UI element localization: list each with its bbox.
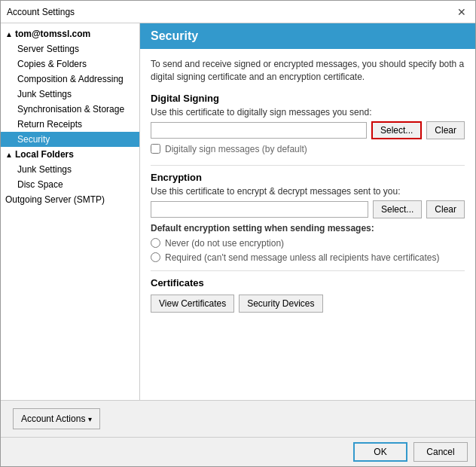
dialog-footer: Account Actions ▾ OK Cancel — [1, 400, 475, 466]
chevron-down-icon-local: ▲ — [5, 151, 13, 159]
encryption-cert-row: Select... Clear — [151, 200, 465, 218]
encryption-radio-required[interactable] — [151, 252, 160, 262]
sidebar-item-sync-storage[interactable]: Synchronisation & Storage — [1, 102, 139, 117]
encryption-radio-required-row: Required (can't send message unless all … — [151, 252, 465, 263]
digital-signing-select-button[interactable]: Select... — [371, 121, 422, 139]
title-bar-text: Account Settings — [7, 7, 75, 17]
footer-buttons: OK Cancel — [1, 437, 475, 466]
account-actions-label: Account Actions — [21, 414, 85, 424]
sidebar: ▲ tom@tomssl.com Server Settings Copies … — [1, 23, 140, 400]
encryption-clear-button[interactable]: Clear — [426, 200, 465, 218]
divider-1 — [151, 165, 465, 166]
account-actions-arrow-icon: ▾ — [88, 415, 92, 423]
security-devices-button[interactable]: Security Devices — [239, 295, 322, 313]
footer-sidebar-area: Account Actions ▾ — [1, 401, 475, 437]
sidebar-group-local-folders[interactable]: ▲ Local Folders — [1, 147, 139, 162]
encryption-radio-group: Never (do not use encryption) Required (… — [151, 238, 465, 263]
close-button[interactable]: ✕ — [454, 5, 469, 20]
digital-signing-title: Digital Signing — [151, 93, 465, 104]
view-certificates-button[interactable]: View Certificates — [151, 295, 234, 313]
encryption-radio-never-label: Never (do not use encryption) — [165, 238, 284, 249]
sidebar-group-local-label: Local Folders — [15, 149, 74, 160]
sidebar-item-disc-space[interactable]: Disc Space — [1, 177, 139, 192]
divider-2 — [151, 270, 465, 271]
certificates-title: Certificates — [151, 277, 465, 288]
sidebar-group-tom-label: tom@tomssl.com — [15, 29, 90, 39]
sidebar-item-security[interactable]: Security — [1, 132, 139, 147]
digital-signing-checkbox[interactable] — [151, 144, 160, 154]
ok-button[interactable]: OK — [353, 442, 407, 462]
digital-signing-checkbox-label: Digitally sign messages (by default) — [165, 144, 307, 154]
encryption-title: Encryption — [151, 172, 465, 183]
digital-signing-cert-input[interactable] — [151, 122, 367, 139]
security-description: To send and receive signed or encrypted … — [151, 58, 465, 84]
digital-signing-sub: Use this certificate to digitally sign m… — [151, 107, 465, 118]
digital-signing-cert-row: Select... Clear — [151, 121, 465, 139]
digital-signing-checkbox-row: Digitally sign messages (by default) — [151, 144, 465, 154]
sidebar-item-return-receipts[interactable]: Return Receipts — [1, 117, 139, 132]
account-actions-button[interactable]: Account Actions ▾ — [13, 408, 100, 429]
chevron-down-icon: ▲ — [5, 30, 13, 38]
main-content: Security To send and receive signed or e… — [140, 23, 475, 400]
encryption-select-button[interactable]: Select... — [373, 200, 422, 218]
main-header: Security — [140, 23, 475, 49]
encryption-sub: Use this certificate to encrypt & decryp… — [151, 186, 465, 197]
sidebar-group-tom[interactable]: ▲ tom@tomssl.com — [1, 26, 139, 41]
sidebar-item-junk-settings-local[interactable]: Junk Settings — [1, 162, 139, 177]
sidebar-item-junk-settings-tom[interactable]: Junk Settings — [1, 87, 139, 102]
sidebar-item-composition-addressing[interactable]: Composition & Addressing — [1, 72, 139, 87]
encryption-default-label: Default encryption setting when sending … — [151, 223, 465, 233]
encryption-radio-never-row: Never (do not use encryption) — [151, 238, 465, 249]
digital-signing-clear-button[interactable]: Clear — [426, 121, 465, 139]
sidebar-item-outgoing-server[interactable]: Outgoing Server (SMTP) — [1, 192, 139, 207]
sidebar-item-copies-folders[interactable]: Copies & Folders — [1, 56, 139, 72]
main-body: To send and receive signed or encrypted … — [140, 49, 475, 400]
encryption-radio-never[interactable] — [151, 238, 160, 248]
encryption-radio-required-label: Required (can't send message unless all … — [165, 252, 439, 263]
cancel-button[interactable]: Cancel — [413, 442, 468, 462]
dialog-window: Account Settings ✕ ▲ tom@tomssl.com Serv… — [0, 0, 476, 467]
title-bar: Account Settings ✕ — [1, 1, 475, 23]
dialog-body: ▲ tom@tomssl.com Server Settings Copies … — [1, 23, 475, 400]
encryption-cert-input[interactable] — [151, 201, 368, 218]
cert-buttons-row: View Certificates Security Devices — [151, 295, 465, 313]
sidebar-item-server-settings[interactable]: Server Settings — [1, 41, 139, 56]
